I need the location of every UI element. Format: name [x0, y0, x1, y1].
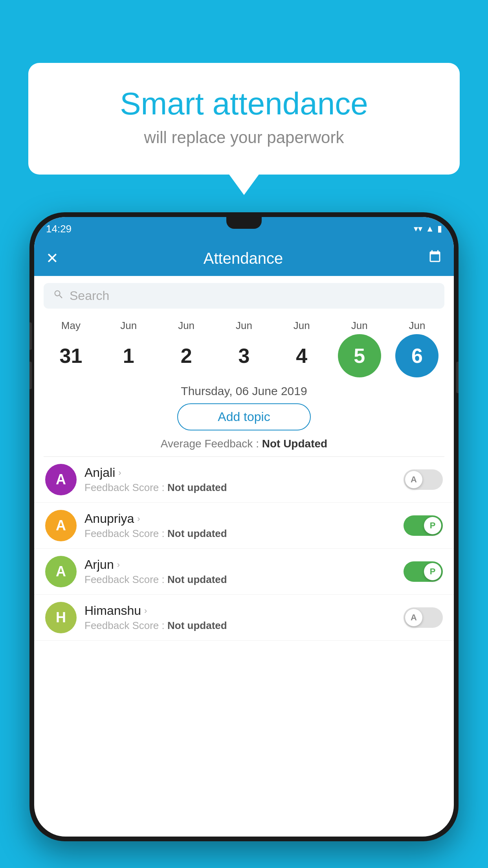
student-feedback: Feedback Score : Not updated	[84, 528, 396, 540]
toggle-switch[interactable]: P	[404, 561, 443, 582]
signal-icon: ▲	[426, 224, 434, 234]
chevron-right-icon: ›	[117, 560, 120, 570]
student-feedback: Feedback Score : Not updated	[84, 620, 396, 632]
status-icons: ▾▾ ▲ ▮	[414, 224, 442, 234]
volume-up-button	[29, 322, 32, 350]
add-topic-button[interactable]: Add topic	[177, 403, 311, 430]
search-bar[interactable]: Search	[44, 283, 444, 309]
toggle-knob: A	[405, 609, 422, 626]
search-icon	[53, 289, 64, 303]
date-month: Jun	[294, 320, 310, 332]
student-feedback: Feedback Score : Not updated	[84, 574, 396, 586]
close-button[interactable]: ✕	[46, 250, 59, 267]
date-item[interactable]: Jun5	[336, 320, 383, 377]
app-header: ✕ Attendance	[34, 241, 454, 276]
date-number: 3	[222, 334, 266, 377]
selected-date: Thursday, 06 June 2019	[34, 384, 454, 398]
date-number: 2	[165, 334, 208, 377]
toggle-switch[interactable]: A	[404, 469, 443, 490]
student-info: Arjun ›Feedback Score : Not updated	[84, 557, 396, 586]
toggle-switch[interactable]: A	[404, 607, 443, 628]
student-row: AArjun ›Feedback Score : Not updatedP	[34, 549, 454, 595]
bubble-subtitle: will replace your paperwork	[52, 128, 436, 147]
student-avatar: A	[45, 464, 77, 495]
speech-bubble: Smart attendance will replace your paper…	[28, 63, 460, 175]
date-item[interactable]: Jun1	[105, 320, 152, 377]
student-name[interactable]: Anjali ›	[84, 465, 396, 480]
header-title: Attendance	[204, 250, 283, 267]
attendance-toggle[interactable]: A	[404, 607, 443, 628]
date-month: Jun	[409, 320, 426, 332]
wifi-icon: ▾▾	[414, 224, 422, 234]
chevron-right-icon: ›	[137, 514, 140, 524]
chevron-right-icon: ›	[118, 468, 121, 478]
student-name[interactable]: Himanshu ›	[84, 603, 396, 618]
student-avatar: A	[45, 510, 77, 541]
calendar-icon[interactable]	[428, 250, 442, 267]
phone-screen: 14:29 ▾▾ ▲ ▮ ✕ Attendance	[34, 217, 454, 837]
toggle-knob: P	[424, 517, 441, 534]
battery-icon: ▮	[437, 224, 442, 234]
date-strip: May31Jun1Jun2Jun3Jun4Jun5Jun6	[34, 316, 454, 377]
student-info: Himanshu ›Feedback Score : Not updated	[84, 603, 396, 632]
student-name[interactable]: Arjun ›	[84, 557, 396, 572]
student-feedback: Feedback Score : Not updated	[84, 482, 396, 494]
bubble-title: Smart attendance	[52, 86, 436, 121]
date-number: 31	[49, 334, 92, 377]
attendance-toggle[interactable]: A	[404, 469, 443, 490]
student-name[interactable]: Anupriya ›	[84, 511, 396, 526]
toggle-switch[interactable]: P	[404, 515, 443, 536]
date-item[interactable]: Jun2	[163, 320, 210, 377]
toggle-knob: P	[424, 563, 441, 580]
date-number: 5	[338, 334, 381, 377]
status-time: 14:29	[46, 223, 72, 235]
speech-bubble-container: Smart attendance will replace your paper…	[28, 63, 460, 175]
search-placeholder: Search	[70, 289, 109, 303]
student-avatar: A	[45, 556, 77, 587]
phone-frame: 14:29 ▾▾ ▲ ▮ ✕ Attendance	[29, 212, 459, 841]
date-number: 4	[280, 334, 323, 377]
student-row: AAnupriya ›Feedback Score : Not updatedP	[34, 503, 454, 549]
date-month: Jun	[178, 320, 194, 332]
date-month: Jun	[120, 320, 137, 332]
date-number: 1	[107, 334, 150, 377]
power-button	[456, 362, 459, 393]
student-list: AAnjali ›Feedback Score : Not updatedAAA…	[34, 457, 454, 641]
chevron-right-icon: ›	[144, 606, 147, 616]
student-row: AAnjali ›Feedback Score : Not updatedA	[34, 457, 454, 503]
student-info: Anjali ›Feedback Score : Not updated	[84, 465, 396, 494]
attendance-toggle[interactable]: P	[404, 515, 443, 536]
date-item[interactable]: Jun4	[278, 320, 325, 377]
date-item[interactable]: Jun6	[393, 320, 440, 377]
phone-container: 14:29 ▾▾ ▲ ▮ ✕ Attendance	[29, 212, 459, 868]
student-row: HHimanshu ›Feedback Score : Not updatedA	[34, 595, 454, 641]
student-info: Anupriya ›Feedback Score : Not updated	[84, 511, 396, 540]
date-item[interactable]: May31	[47, 320, 94, 377]
volume-down-button	[29, 362, 32, 389]
toggle-knob: A	[405, 471, 422, 488]
phone-notch	[226, 217, 262, 229]
date-month: Jun	[351, 320, 368, 332]
date-number: 6	[395, 334, 438, 377]
date-month: Jun	[236, 320, 252, 332]
avg-feedback: Average Feedback : Not Updated	[34, 438, 454, 450]
date-item[interactable]: Jun3	[220, 320, 268, 377]
student-avatar: H	[45, 602, 77, 633]
date-month: May	[61, 320, 81, 332]
attendance-toggle[interactable]: P	[404, 561, 443, 582]
